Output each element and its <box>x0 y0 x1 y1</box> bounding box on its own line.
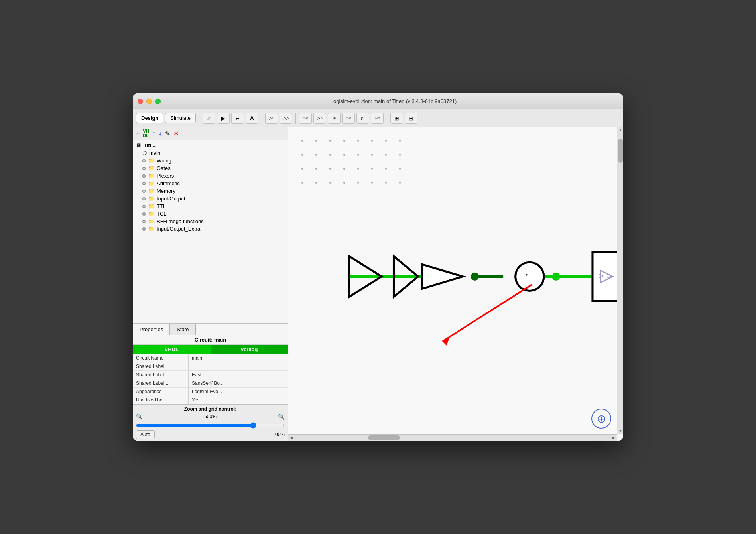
extra-label: Input/Output_Extra <box>157 226 200 232</box>
folder-icon-inputoutput: 📁 <box>148 196 154 202</box>
tree-item-gates[interactable]: 📁 Gates <box>133 164 288 172</box>
auto-zoom-button[interactable]: Auto <box>136 430 155 439</box>
app-window: Logisim-evolution: main of Titled (v 3.4… <box>133 93 623 441</box>
tree-item-ttl[interactable]: 📁 TTL <box>133 202 288 210</box>
canvas-scrollbar-horizontal[interactable]: ◀ ▶ <box>288 434 617 441</box>
nor-gate-button[interactable]: ▷ <box>356 113 369 124</box>
component1-button[interactable]: ⊞ <box>390 113 403 124</box>
prop-row-circuit-name: Circuit Name main <box>133 354 288 362</box>
tree-item-bfh[interactable]: 📁 BFH mega functions <box>133 218 288 225</box>
prop-key-appearance: Appearance <box>133 388 189 396</box>
connect-dot-extra <box>142 227 146 231</box>
svg-text:>: > <box>598 271 604 281</box>
folder-icon-memory: 📁 <box>148 188 154 194</box>
connect-dot-inputoutput <box>142 197 146 200</box>
left-panel: + VHDL ↑ ↓ ✎ ✕ 🖥 Titl... ⬡ m <box>133 127 288 441</box>
canvas-area[interactable]: " > > ⊕ ▲ ▼ <box>288 127 623 441</box>
prop-val-shared-label[interactable] <box>189 362 288 370</box>
tcl-label: TCL <box>157 211 167 217</box>
tree-root-item[interactable]: 🖥 Titl... <box>133 142 288 149</box>
not-gate-button[interactable]: ▷○ <box>265 113 278 124</box>
tree-item-wiring[interactable]: 📁 Wiring <box>133 157 288 164</box>
or-gate-button[interactable]: ▷○ <box>313 113 326 124</box>
scroll-thumb-vertical[interactable] <box>618 139 623 163</box>
main-content: + VHDL ↑ ↓ ✎ ✕ 🖥 Titl... ⬡ m <box>133 127 623 441</box>
folder-icon-arithmetic: 📁 <box>148 180 154 186</box>
tree-item-plexers[interactable]: 📁 Plexers <box>133 172 288 180</box>
add-circuit-button[interactable]: + <box>136 130 140 137</box>
component2-button[interactable]: ⊟ <box>405 113 417 124</box>
scroll-right-button[interactable]: ▶ <box>610 435 617 441</box>
scroll-down-button[interactable]: ▼ <box>617 428 623 434</box>
move-up-button[interactable]: ↑ <box>152 130 156 137</box>
svg-line-16 <box>487 285 532 313</box>
nand-gate-button[interactable]: ▷○ <box>342 113 355 124</box>
close-button[interactable] <box>138 99 143 104</box>
tab-simulate[interactable]: Simulate <box>165 113 196 123</box>
prop-val-shared-label3[interactable]: SansSerif Bo... <box>189 379 288 387</box>
maximize-button[interactable] <box>155 99 161 104</box>
vhdl-col-header: VHDL <box>133 345 211 354</box>
tree-item-memory[interactable]: 📁 Memory <box>133 187 288 195</box>
traffic-lights <box>138 99 161 104</box>
circuit-svg: " > > <box>288 127 617 434</box>
tree-item-inputoutput-extra[interactable]: 📁 Input/Output_Extra <box>133 225 288 233</box>
zoom-in-icon[interactable]: 🔍 <box>278 413 285 420</box>
and-gate-button[interactable]: ⊃○ <box>299 113 312 124</box>
tree-item-inputoutput[interactable]: 📁 Input/Output <box>133 195 288 202</box>
root-label: Titl... <box>144 142 156 148</box>
zoom-percent: 500% <box>144 414 276 419</box>
buffer-button[interactable]: ▷▷ <box>280 113 292 124</box>
tree-item-tcl[interactable]: 📁 TCL <box>133 210 288 218</box>
hand-tool-button[interactable]: ☞ <box>203 113 215 124</box>
bfh-label: BFH mega functions <box>157 218 204 224</box>
scroll-left-button[interactable]: ◀ <box>288 435 295 441</box>
move-down-button[interactable]: ↓ <box>159 130 162 137</box>
folder-icon-bfh: 📁 <box>148 218 154 224</box>
toolbar-separator <box>199 113 199 124</box>
folder-icon-extra: 📁 <box>148 226 154 232</box>
main-label: main <box>149 150 160 156</box>
svg-text:>: > <box>607 271 612 281</box>
connect-dot-plexers <box>142 174 146 178</box>
main-circuit-icon: ⬡ <box>142 150 147 156</box>
zoom-slider[interactable] <box>136 422 285 429</box>
folder-icon-tcl: 📁 <box>148 211 154 217</box>
scroll-thumb-horizontal[interactable] <box>368 435 400 440</box>
pointer-tool-button[interactable]: ▶ <box>217 113 230 124</box>
xnor-gate-button[interactable]: ⊕○ <box>371 113 384 124</box>
prop-row-shared-label2: Shared Label... East <box>133 371 288 379</box>
tree-item-main[interactable]: ⬡ main <box>133 149 288 157</box>
ttl-label: TTL <box>157 203 166 209</box>
tree-items: 🖥 Titl... ⬡ main 📁 Wiring <box>133 140 288 323</box>
wiring-label: Wiring <box>157 158 171 164</box>
prop-val-appearance[interactable]: Logisim-Evo... <box>189 388 288 396</box>
memory-label: Memory <box>157 188 175 194</box>
plexers-label: Plexers <box>157 173 174 179</box>
zoom-out-icon[interactable]: 🔍 <box>136 413 143 420</box>
folder-icon-wiring: 📁 <box>148 158 154 164</box>
tab-state[interactable]: State <box>170 324 195 335</box>
minimize-button[interactable] <box>146 99 152 104</box>
delete-button[interactable]: ✕ <box>173 130 179 137</box>
tab-design[interactable]: Design <box>136 113 163 123</box>
prop-key-fixed-bo: Use fixed bo <box>133 396 189 404</box>
prop-val-fixed-bo[interactable]: Yes <box>189 396 288 404</box>
component-tree: + VHDL ↑ ↓ ✎ ✕ 🖥 Titl... ⬡ m <box>133 127 288 323</box>
corner-tool-button[interactable]: ⌐ <box>231 113 244 124</box>
tab-properties[interactable]: Properties <box>133 324 170 335</box>
prop-row-fixed-bo: Use fixed bo Yes <box>133 396 288 404</box>
canvas-scrollbar-vertical[interactable]: ▲ ▼ <box>617 127 623 434</box>
prop-val-shared-label2[interactable]: East <box>189 371 288 379</box>
folder-icon-ttl: 📁 <box>148 203 154 209</box>
edit-button[interactable]: ✎ <box>165 130 170 137</box>
xor-gate-button[interactable]: ⊕ <box>328 113 341 124</box>
prop-val-circuit-name[interactable]: main <box>189 354 288 362</box>
scroll-up-button[interactable]: ▲ <box>617 127 623 133</box>
connect-dot-bfh <box>142 220 146 223</box>
zoom-label: Zoom and grid control: <box>136 406 285 412</box>
vhdl-label: VHDL <box>143 129 149 138</box>
text-tool-button[interactable]: A <box>246 113 258 124</box>
crosshair-button[interactable]: ⊕ <box>591 409 611 429</box>
tree-item-arithmetic[interactable]: 📁 Arithmetic <box>133 180 288 187</box>
